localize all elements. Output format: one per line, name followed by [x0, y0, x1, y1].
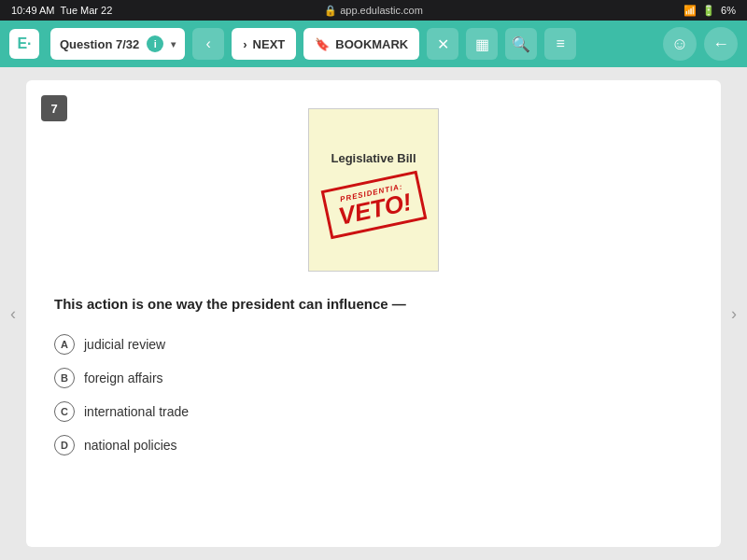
- back-circle-button[interactable]: ←: [704, 27, 738, 61]
- answer-options: A judicial review B foreign affairs C in…: [54, 334, 693, 455]
- logo: E·: [9, 29, 39, 59]
- question-counter: Question 7/32: [60, 37, 139, 51]
- calendar-icon: ▦: [475, 35, 489, 53]
- time: 10:49 AM: [11, 5, 54, 16]
- next-label: NEXT: [253, 37, 286, 51]
- next-button[interactable]: › NEXT: [232, 28, 296, 60]
- main-area: ‹ 7 Legislative Bill PRESIDENTIA: VETO! …: [0, 67, 747, 560]
- option-d-text: national policies: [84, 438, 177, 453]
- right-arrow-icon: ›: [731, 304, 737, 324]
- option-d-circle: D: [54, 435, 75, 455]
- wifi-icon: 📶: [684, 5, 697, 17]
- url-bar: 🔒 app.edulastic.com: [324, 5, 423, 17]
- url-text: app.edulastic.com: [340, 5, 423, 16]
- calendar-button[interactable]: ▦: [466, 28, 498, 60]
- question-number-badge: 7: [41, 95, 67, 121]
- prev-button[interactable]: ‹: [192, 28, 224, 60]
- toolbar: E· Question 7/32 i ▾ ‹ › NEXT 🔖 BOOKMARK…: [0, 21, 747, 67]
- option-a-circle: A: [54, 334, 75, 355]
- left-nav-arrow[interactable]: ‹: [0, 67, 26, 560]
- left-arrow-icon: ‹: [10, 304, 16, 324]
- question-card: 7 Legislative Bill PRESIDENTIA: VETO! Th…: [26, 80, 721, 547]
- option-a-text: judicial review: [84, 337, 165, 352]
- option-c-text: international trade: [84, 404, 189, 419]
- question-selector[interactable]: Question 7/32 i ▾: [50, 28, 185, 60]
- option-a[interactable]: A judicial review: [54, 334, 693, 355]
- option-c[interactable]: C international trade: [54, 401, 693, 422]
- close-button[interactable]: ✕: [427, 28, 458, 60]
- close-icon: ✕: [437, 35, 449, 53]
- option-b[interactable]: B foreign affairs: [54, 368, 693, 388]
- option-d[interactable]: D national policies: [54, 435, 693, 455]
- option-c-circle: C: [54, 401, 75, 422]
- toolbar-right: ☺ ←: [663, 27, 738, 61]
- info-icon: i: [147, 35, 163, 52]
- bill-title: Legislative Bill: [331, 151, 416, 165]
- right-nav-arrow[interactable]: ›: [721, 67, 747, 560]
- bill-image-container: Legislative Bill PRESIDENTIA: VETO!: [54, 108, 693, 272]
- next-icon: ›: [243, 37, 247, 51]
- search-button[interactable]: 🔍: [505, 28, 537, 60]
- question-text: This action is one way the president can…: [54, 294, 693, 315]
- chevron-down-icon: ▾: [171, 39, 176, 49]
- search-icon: 🔍: [512, 35, 530, 53]
- date: Tue Mar 22: [60, 5, 112, 16]
- battery-level: 6%: [721, 5, 736, 16]
- accessibility-button[interactable]: ☺: [663, 27, 697, 61]
- option-b-text: foreign affairs: [84, 371, 163, 385]
- menu-icon: ≡: [557, 35, 565, 52]
- bookmark-icon: 🔖: [315, 37, 330, 51]
- prev-icon: ‹: [206, 35, 211, 52]
- status-bar-right: 📶 🔋 6%: [684, 5, 736, 17]
- accessibility-icon: ☺: [671, 35, 688, 54]
- status-bar: 10:49 AM Tue Mar 22 🔒 app.edulastic.com …: [0, 0, 747, 21]
- battery-icon: 🔋: [702, 5, 715, 17]
- bookmark-button[interactable]: 🔖 BOOKMARK: [303, 28, 419, 60]
- lock-icon: 🔒: [324, 5, 337, 16]
- legislative-bill-image: Legislative Bill PRESIDENTIA: VETO!: [308, 108, 439, 272]
- back-icon: ←: [712, 35, 729, 54]
- bookmark-label: BOOKMARK: [335, 37, 408, 51]
- status-bar-left: 10:49 AM Tue Mar 22: [11, 5, 112, 16]
- veto-stamp: PRESIDENTIA: VETO!: [320, 170, 427, 239]
- menu-button[interactable]: ≡: [544, 28, 576, 60]
- option-b-circle: B: [54, 368, 75, 388]
